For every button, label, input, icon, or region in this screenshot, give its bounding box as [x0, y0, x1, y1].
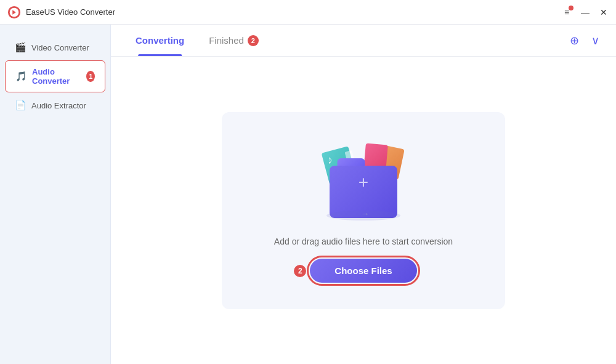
- drop-description: Add or drag audio files here to start co…: [274, 237, 453, 246]
- app-title: EaseUS Video Converter: [26, 7, 562, 17]
- finished-tab-badge: 2: [248, 35, 259, 46]
- sidebar-item-audio-converter[interactable]: 🎵 Audio Converter 1: [5, 60, 105, 92]
- audio-converter-badge: 1: [86, 71, 95, 82]
- minimize-button[interactable]: —: [580, 7, 590, 17]
- titlebar: EaseUS Video Converter ≡ — ✕: [0, 0, 616, 25]
- video-converter-icon: 🎬: [15, 42, 26, 53]
- tabs-actions: ⊕ ∨: [565, 32, 604, 49]
- folder-illustration: ♪ + →: [314, 138, 413, 224]
- menu-notification-dot: [569, 6, 573, 10]
- drop-zone[interactable]: ♪ + → Add or drag audio files here to st…: [222, 112, 505, 309]
- tab-finished[interactable]: Finished 2: [197, 25, 271, 56]
- choose-files-wrapper: 2 Choose Files: [310, 259, 416, 283]
- audio-extractor-icon: 📄: [15, 100, 26, 111]
- folder-arrow-icon: →: [361, 209, 370, 219]
- music-note-icon: ♪: [325, 153, 334, 168]
- sidebar-item-audio-extractor[interactable]: 📄 Audio Extractor: [5, 94, 105, 117]
- choose-files-badge: 2: [294, 265, 306, 277]
- tab-converting[interactable]: Converting: [123, 25, 197, 56]
- drop-zone-container: ♪ + → Add or drag audio files here to st…: [111, 57, 616, 364]
- audio-converter-icon: 🎵: [15, 71, 27, 82]
- close-button[interactable]: ✕: [599, 7, 609, 17]
- window-controls: ≡ — ✕: [562, 7, 609, 17]
- expand-tab-button[interactable]: ∨: [586, 32, 604, 49]
- app-logo: [7, 6, 21, 19]
- add-tab-button[interactable]: ⊕: [565, 32, 583, 49]
- choose-files-button[interactable]: Choose Files: [310, 259, 416, 283]
- main-layout: 🎬 Video Converter 🎵 Audio Converter 1 📄 …: [0, 25, 616, 364]
- sidebar: 🎬 Video Converter 🎵 Audio Converter 1 📄 …: [0, 25, 111, 364]
- folder-plus-icon: +: [359, 174, 368, 191]
- content-area: Converting Finished 2 ⊕ ∨: [111, 25, 616, 364]
- sidebar-item-video-converter[interactable]: 🎬 Video Converter: [5, 36, 105, 59]
- tabs-bar: Converting Finished 2 ⊕ ∨: [111, 25, 616, 57]
- menu-button[interactable]: ≡: [562, 7, 572, 17]
